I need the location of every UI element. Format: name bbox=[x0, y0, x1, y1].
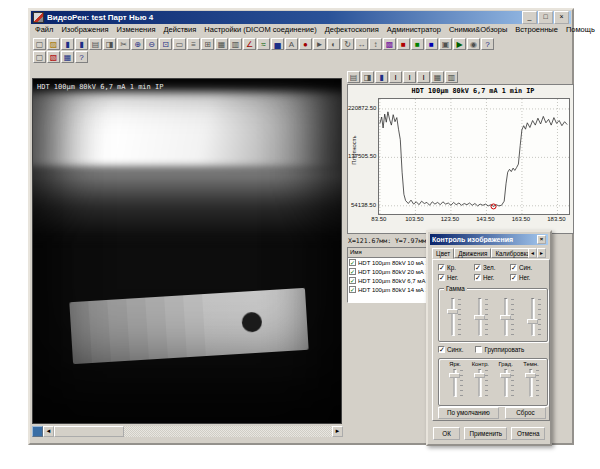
chart-area[interactable] bbox=[378, 98, 570, 215]
maximize-button[interactable]: □ bbox=[538, 11, 553, 24]
neg-blue-checkbox[interactable]: ✓Нег. bbox=[510, 274, 546, 281]
apply-button[interactable]: Применить bbox=[464, 427, 507, 440]
radiograph-view[interactable]: HDT 100µm 80kV 6,7 mA 1 min IP bbox=[32, 78, 342, 424]
reset-button[interactable]: Сброс bbox=[505, 407, 546, 419]
marker-right-icon[interactable]: Ι bbox=[417, 71, 430, 83]
gamma-all-slider[interactable] bbox=[447, 297, 459, 337]
slider-thumb[interactable] bbox=[447, 309, 458, 314]
dark-slider[interactable] bbox=[525, 368, 537, 398]
flip-horizontal-icon[interactable]: ↔ bbox=[355, 38, 368, 50]
list-item[interactable]: ✓HDT 100µm 80kV 6,7 мА 1 min IP bbox=[348, 276, 428, 285]
row-checkbox[interactable]: ✓ bbox=[349, 268, 356, 275]
row-checkbox[interactable]: ✓ bbox=[349, 277, 356, 284]
marker-center-icon[interactable]: Ι bbox=[403, 71, 416, 83]
profile-icon[interactable]: ≈ bbox=[257, 38, 270, 50]
slider-thumb[interactable] bbox=[525, 373, 536, 378]
slider-thumb[interactable] bbox=[474, 373, 485, 378]
slider-thumb[interactable] bbox=[500, 315, 511, 320]
tab-motion[interactable]: Движения bbox=[454, 248, 491, 258]
neg-green-checkbox[interactable]: ✓Нег. bbox=[474, 274, 510, 281]
window-titlebar[interactable]: ВидеоРен: test Парт Нью 4 _ □ × bbox=[31, 11, 571, 24]
cascade-windows-icon[interactable]: ▦ bbox=[215, 38, 228, 50]
slider-thumb[interactable] bbox=[474, 315, 485, 320]
report-icon[interactable]: ▢ bbox=[33, 51, 46, 63]
copy-icon[interactable]: ◨ bbox=[103, 38, 116, 50]
rotate-icon[interactable]: ↻ bbox=[341, 38, 354, 50]
minimize-button[interactable]: _ bbox=[522, 11, 537, 24]
list-item[interactable]: ✓HDT 100µm 80kV 20 мА 1 min IP bbox=[348, 267, 428, 276]
gamma-green-slider[interactable] bbox=[500, 297, 512, 337]
capture-icon[interactable]: ◉ bbox=[467, 38, 480, 50]
green-channel-icon[interactable]: ■ bbox=[411, 38, 424, 50]
list-item[interactable]: ✓HDT 100µm 80kV 10 мА 1 min IP bbox=[348, 258, 428, 267]
grid-overlay-icon[interactable]: ▣ bbox=[439, 38, 452, 50]
red-channel-icon[interactable]: ■ bbox=[397, 38, 410, 50]
sync-checkbox[interactable]: ✓Синх. bbox=[438, 346, 463, 353]
scroll-right-button[interactable]: ► bbox=[332, 426, 343, 437]
open-icon[interactable]: ▨ bbox=[47, 38, 60, 50]
red-checkbox[interactable]: ✓Кр. bbox=[438, 264, 474, 271]
brightness-slider[interactable] bbox=[449, 368, 461, 398]
close-button[interactable]: × bbox=[554, 11, 569, 24]
tab-scroll-left-button[interactable]: ◄ bbox=[528, 248, 537, 258]
menu-snapshots[interactable]: Снимки&Обзоры bbox=[449, 25, 507, 34]
acquisition-icon[interactable]: ▧ bbox=[47, 51, 60, 63]
save-all-icon[interactable]: ▮ bbox=[75, 38, 88, 50]
copy-profile-icon[interactable]: ◨ bbox=[361, 71, 374, 83]
save-profile-icon[interactable]: ▮ bbox=[375, 71, 388, 83]
tile-windows-icon[interactable]: ⊞ bbox=[201, 38, 214, 50]
panel-splitter[interactable] bbox=[343, 70, 346, 421]
print-icon[interactable]: ▤ bbox=[89, 38, 102, 50]
blue-channel-icon[interactable]: ■ bbox=[425, 38, 438, 50]
gamma-blue-slider[interactable] bbox=[527, 297, 539, 337]
actual-size-icon[interactable]: ≡ bbox=[187, 38, 200, 50]
save-icon[interactable]: ▮ bbox=[61, 38, 74, 50]
slider-thumb[interactable] bbox=[449, 373, 460, 378]
histogram-icon[interactable]: ▅ bbox=[271, 38, 284, 50]
neg-red-checkbox[interactable]: ✓Нег. bbox=[438, 274, 474, 281]
movie-icon[interactable]: ▶ bbox=[453, 38, 466, 50]
green-checkbox[interactable]: ✓Зел. bbox=[474, 264, 510, 271]
ruler-icon[interactable]: ∠ bbox=[243, 38, 256, 50]
menu-actions[interactable]: Действия bbox=[163, 25, 196, 34]
dialog-titlebar[interactable]: Контроль изображения × bbox=[430, 234, 548, 245]
overview-button[interactable] bbox=[32, 426, 43, 437]
blue-checkbox[interactable]: ✓Син. bbox=[510, 264, 546, 271]
grid-toggle-icon[interactable]: ▦ bbox=[431, 71, 444, 83]
tab-color[interactable]: Цвет bbox=[432, 248, 454, 259]
menu-defectoscopy[interactable]: Дефектоскопия bbox=[325, 25, 379, 34]
zoom-region-icon[interactable]: ⊡ bbox=[159, 38, 172, 50]
pointer-icon[interactable]: ► bbox=[313, 38, 326, 50]
palette-icon[interactable]: ▩ bbox=[383, 38, 396, 50]
print-profile-icon[interactable]: ▤ bbox=[347, 71, 360, 83]
flip-vertical-icon[interactable]: ↕ bbox=[369, 38, 382, 50]
marker-icon[interactable]: ● bbox=[299, 38, 312, 50]
gradient-slider[interactable] bbox=[500, 368, 512, 398]
menu-administrator[interactable]: Администратор bbox=[387, 25, 441, 34]
contrast-slider[interactable] bbox=[474, 368, 486, 398]
list-item[interactable]: ✓HDT 100µm 80kV 14 мА 1 min IP bbox=[348, 285, 428, 294]
cut-icon[interactable]: ✂ bbox=[117, 38, 130, 50]
new-icon[interactable]: ▢ bbox=[33, 38, 46, 50]
context-help-icon[interactable]: ? bbox=[75, 51, 88, 63]
menu-builtin[interactable]: Встроенные bbox=[515, 25, 558, 34]
help-icon[interactable]: ? bbox=[481, 38, 494, 50]
layout-icon[interactable]: ▦ bbox=[61, 51, 74, 63]
menu-settings[interactable]: Настройки (DICOM соединение) bbox=[204, 25, 316, 34]
gamma-red-slider[interactable] bbox=[474, 297, 486, 337]
ok-button[interactable]: ОК bbox=[433, 427, 460, 440]
row-checkbox[interactable]: ✓ bbox=[349, 259, 356, 266]
default-button[interactable]: По умолчанию bbox=[438, 407, 499, 419]
negative-icon[interactable]: ◐ bbox=[327, 38, 340, 50]
scroll-left-button[interactable]: ◄ bbox=[43, 426, 54, 437]
cancel-button[interactable]: Отмена bbox=[511, 427, 545, 440]
slider-thumb[interactable] bbox=[527, 319, 538, 324]
menu-help[interactable]: Помощь bbox=[566, 25, 595, 34]
fit-window-icon[interactable]: ▭ bbox=[173, 38, 186, 50]
text-annotation-icon[interactable]: A bbox=[285, 38, 298, 50]
marker-left-icon[interactable]: Ι bbox=[389, 71, 402, 83]
scroll-track[interactable] bbox=[54, 426, 332, 437]
zoom-in-icon[interactable]: ⊕ bbox=[131, 38, 144, 50]
zoom-out-icon[interactable]: ⊖ bbox=[145, 38, 158, 50]
slider-thumb[interactable] bbox=[500, 373, 511, 378]
